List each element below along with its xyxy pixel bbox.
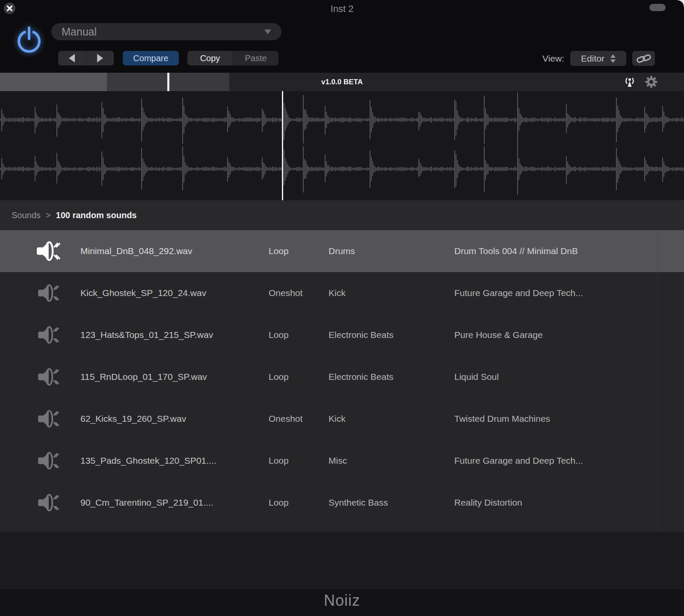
broadcast-icon[interactable] <box>623 75 637 89</box>
power-button[interactable] <box>13 24 45 56</box>
window-title: Inst 2 <box>0 3 684 15</box>
sound-row[interactable]: 135_Pads_Ghostek_120_SP01.... Loop Misc … <box>0 440 684 482</box>
breadcrumb: Sounds > 100 random sounds <box>0 200 684 230</box>
sound-category: Kick <box>329 414 454 424</box>
speaker-icon[interactable] <box>38 493 61 512</box>
plugin-window: Inst 2 Manual Compare <box>0 0 684 616</box>
speaker-icon[interactable] <box>38 367 61 387</box>
link-button[interactable] <box>632 51 655 66</box>
preset-nav <box>58 51 114 65</box>
sound-filename: Minimal_DnB_048_292.wav <box>80 246 269 256</box>
sound-pack: Pure House & Garage <box>454 330 684 340</box>
sound-category: Drums <box>329 246 454 256</box>
view-mode-dropdown[interactable]: Editor <box>570 51 626 66</box>
sound-filename: 90_Cm_Tarentino_SP_219_01.... <box>80 498 269 508</box>
waveform-playhead[interactable] <box>282 91 283 200</box>
window-handle-pill[interactable] <box>649 4 666 11</box>
preset-value: Manual <box>62 26 97 38</box>
sound-pack: Reality Distortion <box>454 498 684 508</box>
sound-type: Loop <box>269 456 329 466</box>
sound-row[interactable]: 62_Kicks_19_260_SP.wav Oneshot Kick Twis… <box>0 398 684 440</box>
speaker-icon[interactable] <box>38 283 61 303</box>
sound-row[interactable]: 123_Hats&Tops_01_215_SP.wav Loop Electro… <box>0 314 684 356</box>
view-mode-value: Editor <box>581 53 604 64</box>
sound-row[interactable]: 115_RnDLoop_01_170_SP.wav Loop Electroni… <box>0 356 684 398</box>
sound-filename: Kick_Ghostek_SP_120_24.wav <box>80 288 269 298</box>
version-label: v1.0.0 BETA <box>0 73 684 91</box>
window-corner <box>678 0 684 6</box>
arrow-right-icon <box>96 53 104 63</box>
compare-button[interactable]: Compare <box>123 51 179 65</box>
sound-type: Oneshot <box>269 414 329 424</box>
sound-type: Loop <box>269 498 329 508</box>
speaker-icon[interactable] <box>36 240 62 262</box>
view-group: View: Editor <box>542 51 655 66</box>
sound-type: Loop <box>269 246 329 256</box>
plugin-header: Inst 2 Manual Compare <box>0 0 684 73</box>
transport-bar: Play Loop Pitch +4 Tempo 120 <box>0 532 684 589</box>
view-label: View: <box>542 53 564 64</box>
gear-icon[interactable] <box>645 76 657 88</box>
link-icon <box>637 53 651 64</box>
footer: Noiiz <box>0 589 684 616</box>
sound-pack: Drum Tools 004 // Minimal DnB <box>454 246 684 256</box>
chevron-down-icon <box>264 30 271 34</box>
sound-row[interactable]: 90_Cm_Tarentino_SP_219_01.... Loop Synth… <box>0 482 684 524</box>
sound-pack: Future Garage and Deep Tech... <box>454 456 684 466</box>
paste-button[interactable]: Paste <box>233 51 278 65</box>
waveform-display[interactable] <box>0 91 684 200</box>
speaker-icon[interactable] <box>38 325 61 345</box>
sound-filename: 62_Kicks_19_260_SP.wav <box>80 414 269 424</box>
sound-type: Oneshot <box>269 288 329 298</box>
overview-strip[interactable]: v1.0.0 BETA <box>0 73 684 91</box>
breadcrumb-root[interactable]: Sounds <box>12 210 41 220</box>
sound-type: Loop <box>269 330 329 340</box>
sound-category: Kick <box>329 288 454 298</box>
brand-logo: Noiiz <box>324 592 360 610</box>
breadcrumb-current: 100 random sounds <box>56 210 137 220</box>
up-down-stepper-icon <box>610 54 616 63</box>
copy-button[interactable]: Copy <box>187 51 233 65</box>
sound-category: Misc <box>329 456 454 466</box>
preset-dropdown[interactable]: Manual <box>51 23 281 40</box>
sound-type: Loop <box>269 372 329 382</box>
copy-paste-group: Copy Paste <box>187 51 278 65</box>
sound-row[interactable]: Minimal_DnB_048_292.wav Loop Drums Drum … <box>0 230 684 272</box>
speaker-icon[interactable] <box>38 451 61 471</box>
sound-list: Minimal_DnB_048_292.wav Loop Drums Drum … <box>0 230 684 532</box>
sound-filename: 135_Pads_Ghostek_120_SP01.... <box>80 456 269 466</box>
sound-pack: Future Garage and Deep Tech... <box>454 288 684 298</box>
column-guide <box>657 230 657 532</box>
next-preset-button[interactable] <box>86 51 114 65</box>
sound-pack: Twisted Drum Machines <box>454 414 684 424</box>
breadcrumb-separator: > <box>46 210 51 220</box>
sound-row[interactable]: Kick_Ghostek_SP_120_24.wav Oneshot Kick … <box>0 272 684 314</box>
sound-pack: Liquid Soul <box>454 372 684 382</box>
sound-filename: 123_Hats&Tops_01_215_SP.wav <box>80 330 269 340</box>
speaker-icon[interactable] <box>38 409 61 429</box>
prev-preset-button[interactable] <box>58 51 86 65</box>
sound-category: Electronic Beats <box>329 372 454 382</box>
sound-filename: 115_RnDLoop_01_170_SP.wav <box>80 372 269 382</box>
arrow-left-icon <box>68 53 76 63</box>
sound-category: Synthetic Bass <box>329 498 454 508</box>
sound-category: Electronic Beats <box>329 330 454 340</box>
